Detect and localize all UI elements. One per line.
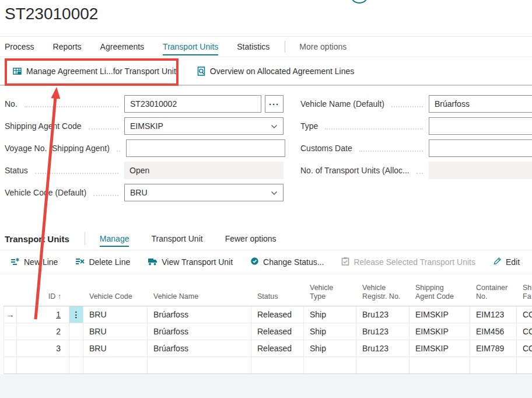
cell-last[interactable]: CO xyxy=(517,306,532,323)
more-options-button[interactable]: More options xyxy=(291,42,355,51)
tab-process[interactable]: Process xyxy=(5,37,44,57)
toolbar-change-status[interactable]: Change Status... xyxy=(250,257,324,267)
cell-vehicle-type[interactable]: Ship xyxy=(304,340,356,357)
cell-status[interactable] xyxy=(251,357,304,374)
cell-vehicle-code[interactable]: BRU xyxy=(83,306,148,323)
cell-container-no[interactable]: EIM123 xyxy=(470,306,517,323)
cell-vehicle-code[interactable]: BRU xyxy=(83,323,148,340)
tab-transport-units[interactable]: Transport Units xyxy=(153,37,228,57)
cell-vehicle-name[interactable] xyxy=(148,357,251,374)
column-header-sh[interactable]: Sh Fa xyxy=(517,280,532,306)
action-document-search[interactable]: Overview on Allocated Agreement Lines xyxy=(197,67,354,76)
cell-vehicle-name[interactable]: Brúarfoss xyxy=(148,306,251,323)
dotted-leader xyxy=(89,123,118,130)
cell-id[interactable]: 1 xyxy=(17,306,69,323)
table-header-row: ID ↑Vehicle CodeVehicle NameStatusVehicl… xyxy=(4,280,532,306)
field-row-vehicle-name-default: Vehicle Name (Default)Brúarfoss xyxy=(300,95,532,113)
cell-vehicle-registr-no[interactable]: Bru123 xyxy=(356,306,410,323)
row-menu-dots[interactable]: ⋮ xyxy=(69,306,83,323)
field-container: Brúarfoss xyxy=(429,95,532,113)
dropdown-field[interactable]: EIMSKIP xyxy=(124,117,284,135)
cell-status[interactable]: Released xyxy=(251,323,304,340)
part-menu-manage[interactable]: Manage xyxy=(100,234,130,243)
part-menu-label: Manage xyxy=(100,231,130,247)
toolbar-view-transport-unit[interactable]: View Transport Unit xyxy=(148,257,233,267)
field-row-no: No.ST23010002··· xyxy=(5,95,284,113)
field-container xyxy=(126,139,285,157)
cell-status[interactable]: Released xyxy=(251,306,304,323)
cell-status[interactable]: Released xyxy=(251,340,304,357)
toolbar-edit[interactable]: Edit xyxy=(493,257,520,267)
field-container: Open xyxy=(124,162,284,179)
cell-vehicle-registr-no[interactable]: Bru123 xyxy=(356,340,410,357)
cell-vehicle-type[interactable] xyxy=(304,357,356,374)
field-value: EIMSKIP xyxy=(130,121,163,131)
input-field[interactable] xyxy=(429,139,532,157)
transport-units-table: ID ↑Vehicle CodeVehicle NameStatusVehicl… xyxy=(4,280,532,374)
cell-vehicle-code[interactable]: BRU xyxy=(83,340,148,357)
field-label: Type xyxy=(300,121,318,131)
input-field[interactable] xyxy=(429,117,532,135)
cell-last[interactable] xyxy=(517,357,532,374)
release-icon xyxy=(341,257,349,267)
tab-statistics[interactable]: Statistics xyxy=(228,37,279,57)
field-row-voyage-no-shipping-agent: Voyage No. (Shipping Agent) xyxy=(5,139,284,157)
tab-label: Reports xyxy=(53,38,82,55)
field-container: BRU xyxy=(124,184,284,201)
ellipsis-button[interactable]: ··· xyxy=(265,95,284,113)
row-menu-dots[interactable] xyxy=(69,340,83,357)
cell-vehicle-name[interactable]: Brúarfoss xyxy=(148,340,251,357)
toolbar-new-line[interactable]: New Line xyxy=(10,257,58,267)
no-field[interactable]: ST23010002 xyxy=(124,95,261,113)
cell-vehicle-type[interactable]: Ship xyxy=(304,306,356,323)
column-header-vehicle-code[interactable]: Vehicle Code xyxy=(83,280,148,306)
toolbar-label: Change Status... xyxy=(263,257,324,267)
cell-shipping-agent-code[interactable]: EIMSKIP xyxy=(410,340,470,357)
cell-shipping-agent-code[interactable]: EIMSKIP xyxy=(410,306,470,323)
delete-line-icon xyxy=(75,257,85,267)
column-header-container[interactable]: Container No. xyxy=(470,280,517,306)
dropdown-field[interactable]: BRU xyxy=(124,184,284,201)
cell-vehicle-type[interactable]: Ship xyxy=(304,323,356,340)
cell-vehicle-registr-no[interactable] xyxy=(356,357,410,374)
cell-shipping-agent-code[interactable] xyxy=(410,357,470,374)
row-menu-dots[interactable] xyxy=(69,357,83,374)
dotted-leader xyxy=(93,189,118,196)
readonly-field xyxy=(429,162,532,179)
column-header-id[interactable]: ID ↑ xyxy=(17,280,69,306)
input-field[interactable] xyxy=(126,139,285,157)
cell-shipping-agent-code[interactable]: EIMSKIP xyxy=(410,323,470,340)
cell-vehicle-name[interactable]: Brúarfoss xyxy=(148,323,251,340)
pencil-icon xyxy=(493,257,502,267)
row-menu-dots[interactable] xyxy=(69,323,83,340)
column-header-vehicle[interactable]: Vehicle Registr. No. xyxy=(356,280,410,306)
cell-container-no[interactable] xyxy=(470,357,517,374)
column-header-shipping[interactable]: Shipping Agent Code xyxy=(410,280,470,306)
cell-vehicle-registr-no[interactable]: Bru123 xyxy=(356,323,410,340)
transport-units-part-header: Transport Units ManageTransport UnitFewe… xyxy=(0,230,532,247)
column-header-vehicle-name[interactable]: Vehicle Name xyxy=(148,280,251,306)
column-header-vehicle-type[interactable]: Vehicle Type xyxy=(304,280,356,306)
document-search-icon xyxy=(197,67,205,76)
field-container xyxy=(429,139,532,157)
tab-reports[interactable]: Reports xyxy=(44,37,91,57)
cell-id[interactable] xyxy=(17,357,69,374)
part-menu-transport-unit[interactable]: Transport Unit xyxy=(151,234,202,243)
cell-last[interactable]: CO xyxy=(517,323,532,340)
cell-id[interactable]: 3 xyxy=(17,340,69,357)
toolbar-label: Release Selected Transport Units xyxy=(354,257,475,267)
table-body: →1⋮BRUBrúarfossReleasedShipBru123EIMSKIP… xyxy=(4,306,532,374)
column-header-status[interactable]: Status xyxy=(251,280,304,306)
cell-vehicle-code[interactable] xyxy=(83,357,148,374)
cell-id[interactable]: 2 xyxy=(17,323,69,340)
cell-container-no[interactable]: EIM456 xyxy=(470,323,517,340)
action-grid-film[interactable]: Manage Agreement Li...for Transport Unit xyxy=(13,67,176,76)
input-field[interactable]: Brúarfoss xyxy=(429,95,532,113)
part-menu-fewer-options[interactable]: Fewer options xyxy=(225,234,276,243)
cell-last[interactable]: CO xyxy=(517,340,532,357)
tab-agreements[interactable]: Agreements xyxy=(91,37,153,57)
dotted-leader xyxy=(35,167,118,174)
cell-container-no[interactable]: EIM789 xyxy=(470,340,517,357)
toolbar-delete-line[interactable]: Delete Line xyxy=(75,257,130,267)
row-indicator xyxy=(4,340,17,357)
